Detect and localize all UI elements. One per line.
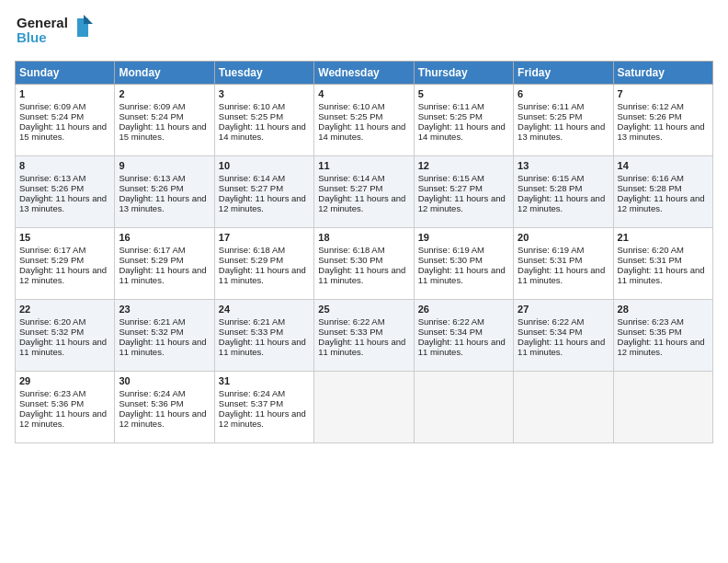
header: General Blue (15, 11, 713, 55)
day-number: 8 (19, 160, 110, 171)
calendar-cell: 27 Sunrise: 6:22 AM Sunset: 5:34 PM Dayl… (514, 300, 613, 372)
day-number: 1 (19, 88, 110, 99)
day-number: 22 (19, 304, 110, 315)
sunrise-label: Sunrise: 6:10 AM (318, 101, 384, 111)
sunset-label: Sunset: 5:26 PM (618, 111, 682, 121)
day-header-wednesday: Wednesday (314, 62, 414, 85)
sunrise-label: Sunrise: 6:18 AM (219, 245, 285, 255)
sunset-label: Sunset: 5:29 PM (19, 255, 84, 265)
day-number: 5 (418, 88, 509, 99)
sunset-label: Sunset: 5:34 PM (518, 327, 582, 337)
calendar-cell: 11 Sunrise: 6:14 AM Sunset: 5:27 PM Dayl… (314, 156, 414, 228)
daylight-label: Daylight: 11 hours and 11 minutes. (518, 265, 605, 285)
daylight-label: Daylight: 11 hours and 11 minutes. (119, 265, 206, 285)
daylight-label: Daylight: 11 hours and 13 minutes. (19, 193, 107, 213)
day-number: 30 (119, 375, 210, 386)
sunset-label: Sunset: 5:33 PM (219, 327, 283, 337)
day-number: 15 (19, 232, 110, 243)
week-row-1: 1 Sunrise: 6:09 AM Sunset: 5:24 PM Dayli… (16, 85, 713, 156)
calendar-cell: 1 Sunrise: 6:09 AM Sunset: 5:24 PM Dayli… (16, 85, 115, 156)
daylight-label: Daylight: 11 hours and 12 minutes. (19, 265, 107, 285)
calendar-cell: 25 Sunrise: 6:22 AM Sunset: 5:33 PM Dayl… (314, 300, 414, 372)
calendar-cell: 15 Sunrise: 6:17 AM Sunset: 5:29 PM Dayl… (16, 228, 115, 300)
sunrise-label: Sunrise: 6:11 AM (418, 101, 484, 111)
sunset-label: Sunset: 5:24 PM (19, 111, 84, 121)
calendar-cell: 20 Sunrise: 6:19 AM Sunset: 5:31 PM Dayl… (514, 228, 613, 300)
week-row-3: 15 Sunrise: 6:17 AM Sunset: 5:29 PM Dayl… (16, 228, 713, 300)
sunset-label: Sunset: 5:36 PM (119, 398, 183, 408)
daylight-label: Daylight: 11 hours and 14 minutes. (418, 121, 506, 142)
sunrise-label: Sunrise: 6:14 AM (318, 173, 384, 183)
sunset-label: Sunset: 5:25 PM (418, 111, 483, 121)
daylight-label: Daylight: 11 hours and 13 minutes. (618, 121, 705, 142)
daylight-label: Daylight: 11 hours and 15 minutes. (119, 121, 206, 142)
day-number: 7 (618, 88, 709, 99)
day-number: 11 (318, 160, 409, 171)
sunset-label: Sunset: 5:28 PM (518, 183, 582, 193)
svg-text:General: General (17, 15, 68, 30)
day-number: 2 (119, 88, 210, 99)
calendar-cell: 3 Sunrise: 6:10 AM Sunset: 5:25 PM Dayli… (214, 85, 313, 156)
day-header-friday: Friday (514, 62, 613, 85)
day-number: 25 (318, 304, 409, 315)
sunset-label: Sunset: 5:27 PM (219, 183, 283, 193)
sunrise-label: Sunrise: 6:22 AM (318, 316, 384, 327)
calendar-cell: 16 Sunrise: 6:17 AM Sunset: 5:29 PM Dayl… (115, 228, 214, 300)
daylight-label: Daylight: 11 hours and 11 minutes. (219, 337, 306, 357)
sunrise-label: Sunrise: 6:22 AM (518, 316, 584, 327)
daylight-label: Daylight: 11 hours and 13 minutes. (119, 193, 206, 213)
day-header-thursday: Thursday (414, 62, 513, 85)
calendar-cell (314, 372, 414, 443)
sunset-label: Sunset: 5:30 PM (418, 255, 483, 265)
calendar-cell (613, 372, 712, 443)
sunset-label: Sunset: 5:34 PM (418, 327, 483, 337)
day-number: 9 (119, 160, 210, 171)
logo-area: General Blue (15, 11, 97, 55)
sunset-label: Sunset: 5:31 PM (618, 255, 682, 265)
sunset-label: Sunset: 5:31 PM (518, 255, 582, 265)
logo: General Blue (15, 11, 97, 55)
daylight-label: Daylight: 11 hours and 15 minutes. (19, 121, 107, 142)
calendar-cell: 4 Sunrise: 6:10 AM Sunset: 5:25 PM Dayli… (314, 85, 414, 156)
day-header-tuesday: Tuesday (214, 62, 313, 85)
calendar-cell: 30 Sunrise: 6:24 AM Sunset: 5:36 PM Dayl… (115, 372, 214, 443)
day-number: 21 (618, 232, 709, 243)
calendar-cell: 21 Sunrise: 6:20 AM Sunset: 5:31 PM Dayl… (613, 228, 712, 300)
sunset-label: Sunset: 5:33 PM (318, 327, 382, 337)
sunrise-label: Sunrise: 6:24 AM (219, 388, 285, 398)
sunrise-label: Sunrise: 6:20 AM (19, 316, 85, 327)
sunset-label: Sunset: 5:36 PM (19, 398, 84, 408)
calendar-cell: 14 Sunrise: 6:16 AM Sunset: 5:28 PM Dayl… (613, 156, 712, 228)
day-number: 20 (518, 232, 609, 243)
daylight-label: Daylight: 11 hours and 13 minutes. (518, 121, 605, 142)
day-number: 26 (418, 304, 509, 315)
sunrise-label: Sunrise: 6:19 AM (518, 245, 584, 255)
daylight-label: Daylight: 11 hours and 14 minutes. (219, 121, 306, 142)
sunset-label: Sunset: 5:26 PM (19, 183, 84, 193)
day-number: 16 (119, 232, 210, 243)
calendar-cell: 5 Sunrise: 6:11 AM Sunset: 5:25 PM Dayli… (414, 85, 513, 156)
day-number: 13 (518, 160, 609, 171)
day-number: 24 (219, 304, 310, 315)
sunset-label: Sunset: 5:26 PM (119, 183, 183, 193)
sunset-label: Sunset: 5:32 PM (119, 327, 183, 337)
calendar-cell: 29 Sunrise: 6:23 AM Sunset: 5:36 PM Dayl… (16, 372, 115, 443)
week-row-2: 8 Sunrise: 6:13 AM Sunset: 5:26 PM Dayli… (16, 156, 713, 228)
daylight-label: Daylight: 11 hours and 11 minutes. (418, 337, 506, 357)
svg-text:Blue: Blue (17, 29, 47, 45)
calendar-table: SundayMondayTuesdayWednesdayThursdayFrid… (15, 61, 713, 443)
daylight-label: Daylight: 11 hours and 12 minutes. (219, 408, 306, 429)
day-number: 17 (219, 232, 310, 243)
calendar-cell: 28 Sunrise: 6:23 AM Sunset: 5:35 PM Dayl… (613, 300, 712, 372)
calendar-cell: 17 Sunrise: 6:18 AM Sunset: 5:29 PM Dayl… (214, 228, 313, 300)
daylight-label: Daylight: 11 hours and 11 minutes. (119, 337, 206, 357)
sunset-label: Sunset: 5:35 PM (618, 327, 682, 337)
daylight-label: Daylight: 11 hours and 11 minutes. (219, 265, 306, 285)
calendar-cell: 2 Sunrise: 6:09 AM Sunset: 5:24 PM Dayli… (115, 85, 214, 156)
sunset-label: Sunset: 5:28 PM (618, 183, 682, 193)
calendar-cell: 13 Sunrise: 6:15 AM Sunset: 5:28 PM Dayl… (514, 156, 613, 228)
calendar-cell: 19 Sunrise: 6:19 AM Sunset: 5:30 PM Dayl… (414, 228, 513, 300)
sunset-label: Sunset: 5:25 PM (318, 111, 382, 121)
calendar-cell: 31 Sunrise: 6:24 AM Sunset: 5:37 PM Dayl… (214, 372, 313, 443)
daylight-label: Daylight: 11 hours and 11 minutes. (318, 337, 405, 357)
